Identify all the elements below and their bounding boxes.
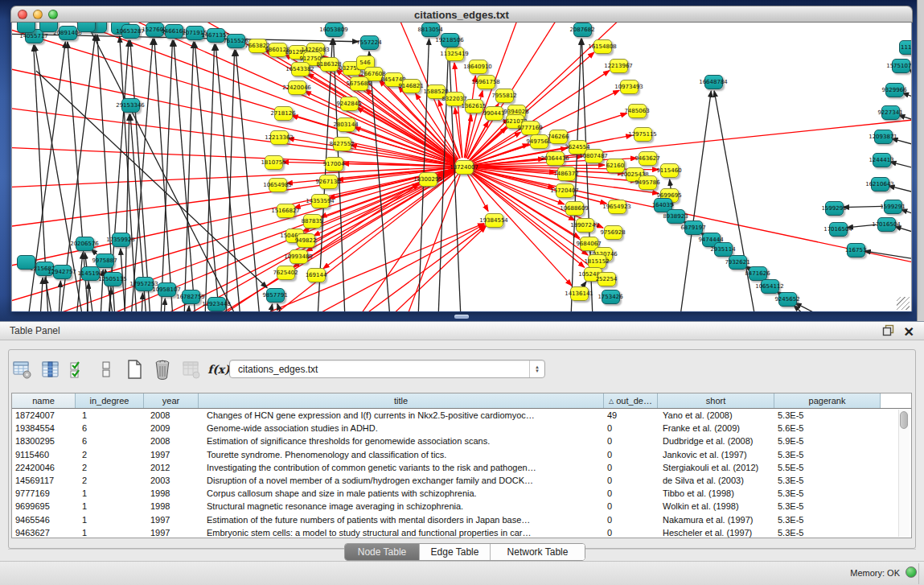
import-table-icon[interactable] bbox=[180, 359, 201, 380]
network-node[interactable]: 16782759 bbox=[182, 290, 200, 304]
network-node[interactable] bbox=[17, 23, 35, 33]
network-node[interactable]: 12213363 bbox=[270, 130, 289, 145]
network-node[interactable]: 1244413 bbox=[873, 153, 891, 167]
table-row[interactable]: 1872400712008Changes of HCN gene express… bbox=[12, 409, 911, 422]
table-row[interactable]: 969969511998Structural magnetic resonanc… bbox=[12, 500, 911, 513]
network-node[interactable]: 9857791 bbox=[266, 288, 285, 303]
network-node[interactable]: 18907243 bbox=[576, 218, 594, 233]
network-node[interactable]: 7615526 bbox=[227, 34, 245, 48]
network-node[interactable]: 29153346 bbox=[121, 98, 140, 113]
network-node[interactable]: 7486372 bbox=[557, 167, 576, 181]
network-node[interactable]: 19218506 bbox=[441, 33, 459, 47]
column-header-in_degree[interactable]: in_degree bbox=[76, 393, 144, 408]
network-node[interactable]: 116753 bbox=[847, 243, 865, 257]
network-node[interactable]: 15751074 bbox=[892, 59, 910, 73]
network-node[interactable]: 7485063 bbox=[628, 104, 647, 118]
network-node[interactable]: 1362615 bbox=[465, 99, 483, 113]
rows-icon[interactable] bbox=[96, 359, 117, 380]
network-node[interactable]: 2087682 bbox=[573, 23, 592, 37]
new-document-icon[interactable] bbox=[124, 359, 145, 380]
network-node[interactable]: 20206576 bbox=[76, 237, 94, 251]
float-panel-icon[interactable] bbox=[882, 324, 894, 340]
table-settings-icon[interactable] bbox=[11, 359, 32, 380]
network-node[interactable]: 16543382 bbox=[291, 62, 310, 76]
network-node[interactable]: 7625402 bbox=[277, 266, 295, 280]
network-node[interactable]: 6879197 bbox=[684, 220, 703, 235]
network-node[interactable]: 16648784 bbox=[704, 75, 723, 89]
network-node[interactable]: 9227341 bbox=[881, 105, 900, 120]
network-node[interactable]: 14136141 bbox=[570, 286, 589, 301]
function-icon[interactable]: f(x) bbox=[208, 359, 229, 380]
table-row[interactable]: 977716911998Corpus callosum shape and si… bbox=[12, 487, 911, 500]
network-node[interactable]: 17016504 bbox=[829, 222, 848, 237]
network-node[interactable]: 1599291 bbox=[825, 201, 844, 216]
network-node[interactable] bbox=[39, 23, 58, 32]
network-node[interactable]: 949822 bbox=[297, 233, 315, 248]
network-node[interactable]: 12942757 bbox=[53, 265, 72, 279]
network-node[interactable]: 19654923 bbox=[608, 200, 626, 214]
network-node[interactable]: 8186328 bbox=[320, 57, 339, 72]
network-node[interactable]: 2718126 bbox=[274, 106, 293, 121]
network-node[interactable]: 15720407 bbox=[556, 183, 574, 198]
network-node[interactable]: 1145194 bbox=[81, 266, 100, 281]
network-node[interactable]: 8427552 bbox=[333, 137, 351, 151]
network-node[interactable]: 9495786 bbox=[639, 175, 657, 190]
network-node[interactable]: 7932621 bbox=[729, 255, 747, 270]
network-node[interactable]: 17359928 bbox=[112, 233, 130, 247]
network-canvas[interactable]: 1405571720891406106532871527602946616110… bbox=[11, 23, 912, 311]
network-node[interactable]: 10807487 bbox=[585, 149, 603, 163]
network-node[interactable]: 14353594 bbox=[311, 194, 330, 208]
network-node[interactable]: 16210643 bbox=[871, 177, 889, 192]
network-node[interactable]: 10688609 bbox=[565, 201, 584, 216]
network-node[interactable]: 1112 bbox=[899, 40, 913, 55]
network-node[interactable]: 10958107 bbox=[158, 282, 176, 297]
network-node[interactable]: 10653287 bbox=[121, 24, 140, 39]
network-node[interactable]: 8938923 bbox=[667, 209, 685, 224]
network-node[interactable]: 14671355 bbox=[207, 28, 225, 43]
network-node[interactable]: 10973493 bbox=[620, 80, 639, 94]
network-node[interactable]: 252254 bbox=[598, 272, 616, 286]
network-node[interactable]: 1753426 bbox=[602, 290, 620, 304]
network-node[interactable]: 17016504 bbox=[877, 217, 896, 232]
network-node[interactable]: 9497568 bbox=[530, 134, 548, 149]
network-node[interactable]: 15166827 bbox=[277, 204, 295, 218]
column-header-year[interactable]: year bbox=[144, 393, 199, 408]
network-node[interactable] bbox=[77, 23, 96, 32]
network-node[interactable]: 9975887 bbox=[96, 253, 114, 268]
network-node[interactable]: 9756928 bbox=[604, 225, 622, 240]
tab-network-table[interactable]: Network Table bbox=[491, 544, 585, 560]
network-node[interactable]: 12923448 bbox=[207, 297, 226, 311]
table-row[interactable]: 1938455462009Genome-wide association stu… bbox=[12, 422, 911, 435]
close-panel-icon[interactable]: ✕ bbox=[904, 326, 914, 338]
resize-grip-icon[interactable] bbox=[897, 297, 910, 310]
table-row[interactable]: 1830029562008Estimation of significance … bbox=[12, 435, 911, 447]
network-node[interactable]: 5675685 bbox=[350, 76, 368, 91]
select-checks-icon[interactable] bbox=[68, 359, 88, 380]
table-row[interactable]: 946362711997Embryonic stem cells: a mode… bbox=[12, 526, 911, 538]
network-node[interactable]: 18300295 bbox=[419, 172, 437, 187]
network-node[interactable]: 12093871 bbox=[874, 130, 893, 144]
network-node[interactable]: 10993489 bbox=[290, 249, 308, 264]
network-node[interactable]: 10654985 bbox=[269, 178, 287, 192]
network-window-titlebar[interactable]: citations_edges.txt bbox=[10, 6, 913, 23]
network-node[interactable]: 18640910 bbox=[469, 60, 487, 74]
tab-node-table[interactable]: Node Table bbox=[345, 544, 420, 560]
network-node[interactable]: 746266 bbox=[549, 130, 568, 144]
column-header-title[interactable]: title bbox=[199, 393, 604, 408]
network-node[interactable]: 9115460 bbox=[660, 163, 679, 178]
table-row[interactable]: 911546021997Tourette syndrome. Phenomeno… bbox=[12, 448, 911, 461]
network-node[interactable] bbox=[17, 255, 35, 270]
network-node[interactable]: 9267130 bbox=[319, 175, 338, 189]
table-column-icon[interactable] bbox=[39, 359, 60, 380]
network-node[interactable]: 16961758 bbox=[477, 75, 495, 89]
column-header-name[interactable]: name bbox=[12, 393, 76, 408]
table-row[interactable]: 2242004622012Investigating the contribut… bbox=[12, 461, 911, 474]
network-node[interactable]: 17957253 bbox=[135, 277, 154, 291]
network-node[interactable]: 2935114 bbox=[714, 242, 733, 257]
network-node[interactable]: 9242845 bbox=[340, 97, 359, 111]
network-node[interactable]: 22420046 bbox=[288, 80, 306, 95]
tab-edge-table[interactable]: Edge Table bbox=[420, 544, 491, 560]
network-node[interactable]: 18724007 bbox=[455, 160, 474, 175]
network-node[interactable]: 10654112 bbox=[761, 279, 779, 294]
network-node[interactable]: 990443 bbox=[485, 106, 503, 121]
